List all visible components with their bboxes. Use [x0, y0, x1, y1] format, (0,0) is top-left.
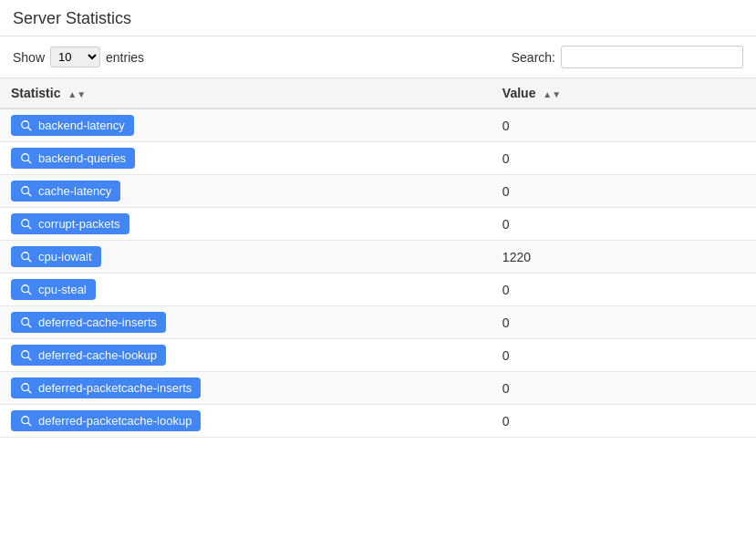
statistic-badge[interactable]: cache-latency: [11, 181, 120, 202]
svg-point-8: [22, 252, 29, 259]
table-row: backend-queries0: [0, 142, 756, 175]
svg-line-19: [28, 422, 32, 426]
page-title: Server Statistics: [13, 9, 743, 28]
page-header: Server Statistics: [0, 0, 756, 36]
entries-select[interactable]: 10 25 50 100: [50, 46, 100, 67]
svg-point-6: [22, 219, 29, 226]
table-row: deferred-cache-lookup0: [0, 339, 756, 372]
value-cell: 0: [492, 339, 756, 372]
statistic-label: deferred-packetcache-inserts: [38, 381, 192, 395]
statistics-table: Statistic ▲▼ Value ▲▼ backend-latency0ba…: [0, 78, 756, 438]
column-header-statistic[interactable]: Statistic ▲▼: [0, 78, 492, 109]
svg-point-4: [22, 186, 29, 193]
search-icon: [20, 284, 33, 296]
statistic-badge[interactable]: deferred-packetcache-lookup: [11, 410, 201, 431]
value-cell: 0: [492, 372, 756, 405]
statistic-badge[interactable]: backend-latency: [11, 115, 134, 136]
value-cell: 1220: [492, 241, 756, 274]
value-cell: 0: [492, 208, 756, 241]
statistic-cell: deferred-cache-inserts: [0, 306, 492, 339]
search-input[interactable]: [561, 46, 743, 68]
statistic-badge[interactable]: deferred-packetcache-inserts: [11, 377, 201, 398]
statistic-cell: cpu-steal: [0, 274, 492, 306]
svg-point-12: [22, 317, 29, 325]
search-icon: [20, 316, 33, 329]
svg-line-3: [28, 160, 32, 163]
search-icon: [20, 415, 33, 428]
statistic-cell: cpu-iowait: [0, 241, 492, 274]
svg-line-11: [28, 291, 32, 294]
value-cell: 0: [492, 108, 756, 142]
statistic-label: backend-queries: [38, 151, 126, 165]
search-icon: [20, 185, 33, 198]
show-label: Show: [13, 50, 45, 65]
table-row: cpu-steal0: [0, 274, 756, 306]
statistic-cell: deferred-cache-lookup: [0, 339, 492, 372]
value-cell: 0: [492, 306, 756, 339]
search-icon: [20, 152, 33, 165]
svg-point-0: [22, 120, 29, 128]
table-row: deferred-packetcache-lookup0: [0, 405, 756, 438]
sort-icon-statistic: ▲▼: [67, 89, 86, 99]
table-row: deferred-cache-inserts0: [0, 306, 756, 339]
table-row: corrupt-packets0: [0, 208, 756, 241]
statistic-cell: cache-latency: [0, 175, 492, 208]
statistic-cell: backend-latency: [0, 108, 492, 142]
svg-line-15: [28, 356, 32, 360]
statistic-label: cpu-steal: [38, 283, 87, 296]
statistic-label: backend-latency: [38, 119, 125, 132]
show-entries: Show 10 25 50 100 entries: [13, 46, 144, 67]
statistic-badge[interactable]: deferred-cache-lookup: [11, 345, 166, 366]
svg-point-10: [22, 284, 29, 292]
statistic-label: deferred-packetcache-lookup: [38, 414, 192, 428]
statistic-cell: corrupt-packets: [0, 208, 492, 241]
column-header-value[interactable]: Value ▲▼: [492, 78, 756, 109]
statistic-label: deferred-cache-lookup: [38, 348, 157, 362]
table-row: cache-latency0: [0, 175, 756, 208]
search-icon: [20, 349, 33, 362]
statistic-label: cache-latency: [38, 184, 111, 198]
statistic-cell: deferred-packetcache-inserts: [0, 372, 492, 405]
value-cell: 0: [492, 405, 756, 438]
value-cell: 0: [492, 142, 756, 175]
svg-point-16: [22, 383, 29, 390]
svg-line-1: [28, 127, 32, 130]
statistic-badge[interactable]: backend-queries: [11, 148, 135, 169]
table-header: Statistic ▲▼ Value ▲▼: [0, 78, 756, 109]
statistic-cell: deferred-packetcache-lookup: [0, 405, 492, 438]
sort-icon-value: ▲▼: [543, 89, 561, 99]
search-icon: [20, 382, 33, 395]
statistic-cell: backend-queries: [0, 142, 492, 175]
statistic-label: cpu-iowait: [38, 250, 92, 264]
entries-text: entries: [106, 50, 144, 65]
svg-line-17: [28, 389, 32, 393]
value-cell: 0: [492, 175, 756, 208]
svg-point-18: [22, 416, 29, 423]
statistic-badge[interactable]: corrupt-packets: [11, 213, 129, 234]
svg-point-2: [22, 153, 29, 160]
svg-line-13: [28, 324, 32, 327]
search-icon: [20, 218, 33, 231]
statistic-badge[interactable]: cpu-steal: [11, 279, 96, 300]
statistic-badge[interactable]: cpu-iowait: [11, 246, 101, 267]
svg-line-7: [28, 225, 32, 229]
value-cell: 0: [492, 274, 756, 306]
svg-line-5: [28, 192, 32, 196]
table-row: deferred-packetcache-inserts0: [0, 372, 756, 405]
table-body: backend-latency0backend-queries0cache-la…: [0, 108, 756, 438]
statistic-label: deferred-cache-inserts: [38, 315, 157, 329]
controls-bar: Show 10 25 50 100 entries Search:: [0, 36, 756, 78]
statistic-badge[interactable]: deferred-cache-inserts: [11, 312, 166, 333]
statistic-label: corrupt-packets: [38, 217, 120, 231]
search-label: Search:: [512, 50, 555, 65]
svg-line-9: [28, 258, 32, 262]
search-icon: [20, 251, 33, 264]
table-row: backend-latency0: [0, 108, 756, 142]
svg-point-14: [22, 350, 29, 357]
table-row: cpu-iowait1220: [0, 241, 756, 274]
search-icon: [20, 119, 33, 132]
search-bar: Search:: [512, 46, 743, 68]
